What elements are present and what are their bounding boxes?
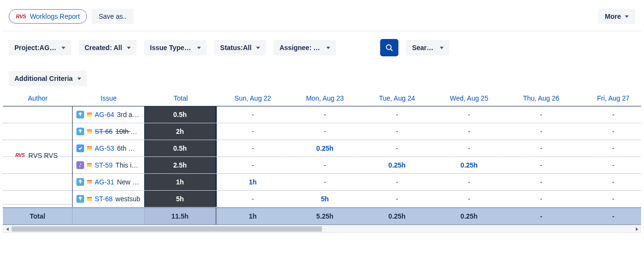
additional-criteria-button[interactable]: Additional Criteria [9, 71, 87, 86]
day-cell: - [505, 157, 577, 173]
table-row: ST-6610th Ma…2h------ [3, 123, 641, 140]
day-cell: - [433, 106, 505, 123]
horizontal-scrollbar[interactable] [3, 225, 641, 233]
priority-icon [87, 163, 92, 167]
col-header-author[interactable]: Author [3, 90, 73, 106]
chevron-down-icon [625, 15, 629, 18]
search-icon [385, 43, 394, 52]
issue-title: westsub [115, 195, 140, 203]
issue-key[interactable]: ST-68 [95, 195, 112, 203]
issue-cell[interactable]: AG-643rd aug … [73, 106, 145, 123]
day-cell[interactable]: 1h [217, 174, 289, 190]
day-cell: - [505, 174, 577, 190]
day-cell: - [217, 106, 289, 123]
table-row: ST-59This is an…2.5h--0.25h0.25h-- [3, 157, 641, 174]
issue-key[interactable]: AG-31 [95, 178, 114, 186]
day-cell: - [433, 174, 505, 190]
filter-created[interactable]: Created: All [79, 40, 136, 55]
day-cell: - [577, 140, 641, 156]
day-cell: - [505, 191, 577, 207]
issue-cell[interactable]: AG-536th May… [73, 140, 145, 156]
day-cell[interactable]: 0.25h [361, 157, 433, 173]
scroll-left-arrow-icon[interactable] [3, 225, 12, 233]
day-cell[interactable]: 0.25h [289, 140, 361, 156]
day-cell: - [217, 191, 289, 207]
svg-marker-2 [79, 163, 81, 168]
day-cell: - [577, 106, 641, 123]
filter-status-label: Status:All [220, 44, 251, 52]
filter-project[interactable]: Project:AGIL… [9, 40, 71, 55]
issue-key[interactable]: AG-64 [95, 111, 114, 118]
footer-day-1: 5.25h [289, 208, 361, 224]
col-header-day-0[interactable]: Sun, Aug 22 [217, 90, 289, 106]
search-button[interactable] [380, 39, 398, 56]
worklogs-report-chip[interactable]: RVS Worklogs Report [9, 9, 87, 24]
save-as-button[interactable]: Save as.. [92, 9, 133, 24]
day-cell: - [361, 123, 433, 140]
issue-key[interactable]: ST-66 [95, 128, 112, 135]
improvement-icon [76, 128, 84, 135]
day-cell: - [361, 174, 433, 190]
issue-key[interactable]: AG-53 [95, 144, 114, 152]
issue-cell[interactable]: AG-31New Su… [73, 174, 145, 190]
col-header-day-3[interactable]: Wed, Aug 25 [433, 90, 505, 106]
day-cell: - [577, 157, 641, 173]
priority-icon [87, 180, 92, 184]
scrollbar-thumb[interactable] [12, 226, 322, 232]
col-header-issue[interactable]: Issue [73, 90, 145, 106]
col-header-day-2[interactable]: Tue, Aug 24 [361, 90, 433, 106]
row-total: 2h [145, 123, 217, 140]
issue-key[interactable]: ST-59 [95, 161, 112, 169]
table-row: ST-68westsub5h-5h---- [3, 191, 641, 208]
footer-day-0: 1h [217, 208, 289, 224]
totals-row: Total11.5h1h5.25h0.25h0.25h-- [3, 208, 641, 225]
footer-total: 11.5h [145, 208, 217, 224]
row-total: 0.5h [145, 106, 217, 123]
filter-search[interactable]: Searc… [406, 40, 449, 55]
filter-issue-type[interactable]: Issue Type:All [144, 40, 207, 55]
footer-day-4: - [505, 208, 577, 224]
more-button[interactable]: More [598, 9, 635, 24]
filter-search-label: Searc… [412, 44, 435, 52]
report-title: Worklogs Report [30, 13, 80, 20]
row-total: 1h [145, 174, 217, 190]
chevron-down-icon [326, 47, 330, 49]
row-total: 5h [145, 191, 217, 207]
table-row: AG-643rd aug …0.5h------ [3, 106, 641, 123]
day-cell[interactable]: 0.25h [433, 157, 505, 173]
day-cell: - [577, 174, 641, 190]
col-header-day-1[interactable]: Mon, Aug 23 [289, 90, 361, 106]
filter-status[interactable]: Status:All [214, 40, 266, 55]
issue-cell[interactable]: ST-59This is an… [73, 157, 145, 173]
chevron-down-icon [62, 47, 65, 49]
priority-icon [87, 146, 92, 150]
issue-cell[interactable]: ST-6610th Ma… [73, 123, 145, 140]
chevron-down-icon [127, 47, 131, 49]
day-cell: - [289, 157, 361, 173]
chevron-down-icon [77, 78, 81, 80]
day-cell: - [217, 140, 289, 156]
priority-icon [87, 130, 92, 133]
col-header-total[interactable]: Total [145, 90, 217, 106]
day-cell: - [505, 106, 577, 123]
priority-icon [87, 113, 92, 117]
day-cell: - [433, 140, 505, 156]
scroll-right-arrow-icon[interactable] [632, 225, 641, 233]
col-header-day-4[interactable]: Thu, Aug 26 [505, 90, 577, 106]
col-header-day-5[interactable]: Fri, Aug 27 [577, 90, 641, 106]
day-cell: - [361, 191, 433, 207]
filter-assignee[interactable]: Assignee: All [273, 40, 336, 55]
issue-title: 10th Ma… [115, 128, 140, 135]
chevron-down-icon [256, 47, 260, 49]
improvement-icon [76, 195, 84, 203]
issue-cell[interactable]: ST-68westsub [73, 191, 145, 207]
day-cell[interactable]: 5h [289, 191, 361, 207]
additional-criteria-label: Additional Criteria [14, 75, 73, 82]
row-total: 0.5h [145, 140, 217, 156]
improvement-icon [76, 178, 84, 186]
chevron-down-icon [197, 47, 201, 49]
filter-project-label: Project:AGIL… [14, 44, 57, 52]
footer-day-3: 0.25h [433, 208, 505, 224]
improvement-icon [76, 111, 84, 118]
day-cell: - [577, 123, 641, 140]
